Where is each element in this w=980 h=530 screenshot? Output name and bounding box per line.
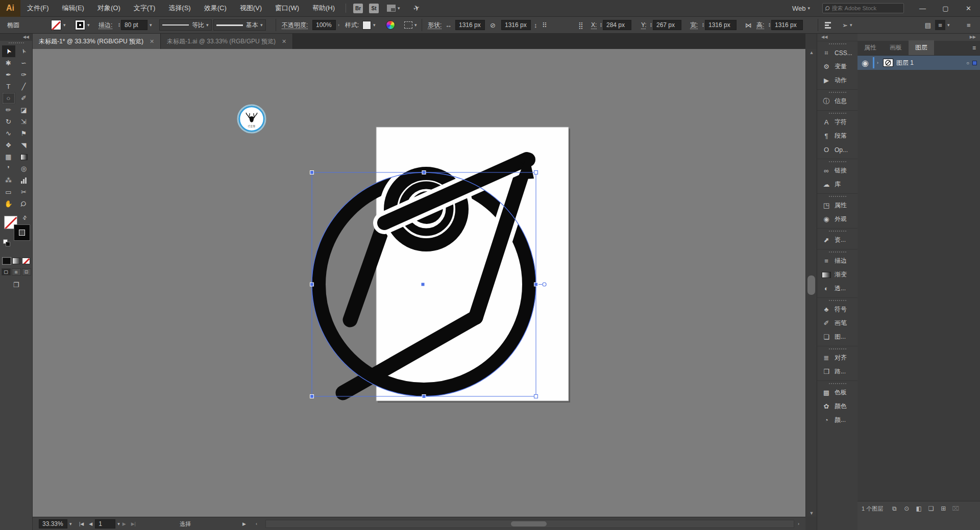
- recolor-artwork-icon[interactable]: [386, 20, 395, 30]
- close-button[interactable]: ✕: [957, 0, 980, 17]
- opacity-label[interactable]: 不透明度:: [282, 21, 308, 30]
- link-dimensions-icon[interactable]: ⋈: [745, 21, 752, 29]
- document-tab[interactable]: 未标题-1.ai @ 33.33% (RGB/GPU 预览)✕: [161, 34, 293, 49]
- search-input[interactable]: [832, 5, 901, 11]
- close-tab-icon[interactable]: ✕: [282, 38, 286, 45]
- column-graph-tool[interactable]: [17, 174, 31, 186]
- panel-grip[interactable]: [829, 300, 846, 301]
- bar-menu-icon[interactable]: ≡: [967, 21, 971, 29]
- dock-button-css-export[interactable]: ⌗CSS...: [817, 46, 857, 60]
- last-artboard-button[interactable]: ▶|: [129, 521, 138, 526]
- vertical-scroll-thumb[interactable]: [807, 275, 815, 295]
- chevron-down-icon[interactable]: ▾: [850, 22, 852, 28]
- menu-f[interactable]: 文件(F): [20, 0, 56, 17]
- gradient-button[interactable]: [12, 258, 20, 264]
- blend-tool[interactable]: ◎: [17, 163, 31, 174]
- status-back-icon[interactable]: ‹: [253, 521, 260, 526]
- chevron-down-icon[interactable]: ▾: [87, 22, 90, 28]
- align-icon[interactable]: [825, 22, 831, 29]
- stroke-weight-field[interactable]: 80 pt: [121, 20, 148, 30]
- menu-w[interactable]: 窗口(W): [268, 0, 306, 17]
- dock-button-brushes[interactable]: ✐画笔: [817, 316, 857, 330]
- zoom-level-field[interactable]: 33.33%: [39, 519, 67, 528]
- artboard-tool[interactable]: ▭: [2, 186, 15, 198]
- stepper-icon[interactable]: ▴▾: [650, 22, 652, 28]
- fill-swatch[interactable]: [51, 20, 61, 30]
- width-tool[interactable]: ∿: [2, 128, 15, 139]
- dock-button-actions[interactable]: ▶动作: [817, 73, 857, 87]
- visibility-eye-icon[interactable]: ◉: [857, 58, 873, 68]
- shape-label[interactable]: 形状:: [428, 21, 442, 30]
- next-artboard-button[interactable]: ▶: [120, 521, 129, 526]
- width-field[interactable]: 1316 px: [705, 20, 737, 30]
- menu-e[interactable]: 编辑(E): [56, 0, 91, 17]
- dock-button-stroke[interactable]: ≡描边: [817, 254, 857, 268]
- screen-mode-button[interactable]: ❐: [11, 281, 22, 289]
- eyedropper-tool[interactable]: ❜: [2, 163, 15, 174]
- shape-builder-tool[interactable]: ❖: [2, 139, 15, 151]
- height-field[interactable]: 1316 px: [771, 20, 803, 30]
- delete-layer-icon[interactable]: ⌧: [949, 505, 962, 512]
- menu-s[interactable]: 选择(S): [162, 0, 197, 17]
- horizontal-scrollbar[interactable]: [265, 520, 794, 528]
- selection-center-point[interactable]: [422, 283, 425, 286]
- panel-grip[interactable]: [829, 231, 846, 232]
- collapse-dock-icon[interactable]: ◀◀: [817, 34, 857, 41]
- dock-button-align[interactable]: ≣对齐: [817, 351, 857, 365]
- stock-search[interactable]: Ϙ: [822, 3, 904, 13]
- dock-button-pathfinder[interactable]: ❒路...: [817, 365, 857, 378]
- collapse-tools-icon[interactable]: ◀◀: [0, 34, 32, 41]
- panel-grip[interactable]: [9, 42, 24, 43]
- minimize-button[interactable]: —: [911, 0, 934, 17]
- canvas-area[interactable]: 行走客: [33, 49, 805, 517]
- opacity-field[interactable]: 100%: [312, 20, 336, 30]
- maximize-button[interactable]: ▢: [934, 0, 957, 17]
- shape-width-field[interactable]: 1316 px: [455, 20, 485, 30]
- status-play-icon[interactable]: ▶: [240, 521, 249, 526]
- new-layer-icon[interactable]: ⊞: [937, 505, 949, 512]
- tab-artboards[interactable]: 画板: [883, 40, 909, 55]
- opacity-more-icon[interactable]: ›: [338, 22, 339, 28]
- layer-target-icon[interactable]: ○: [966, 60, 969, 66]
- stepper-icon[interactable]: ▴▾: [600, 22, 602, 28]
- y-field[interactable]: 267 px: [653, 20, 681, 30]
- default-fill-stroke-icon[interactable]: [3, 239, 8, 244]
- zoom-tool[interactable]: Ϙ: [17, 198, 31, 210]
- isolate-selection-icon[interactable]: ➢: [842, 21, 848, 29]
- horizontal-scroll-thumb[interactable]: [511, 521, 547, 526]
- draw-inside-mode[interactable]: ⊡: [22, 268, 31, 275]
- lasso-tool[interactable]: ∽: [17, 57, 31, 69]
- dock-button-color[interactable]: ✿颜色: [817, 399, 857, 413]
- new-sublayer-icon[interactable]: ❏: [925, 505, 937, 512]
- tab-properties[interactable]: 属性: [857, 40, 883, 55]
- chevron-down-icon[interactable]: ▾: [63, 22, 66, 28]
- magic-wand-tool[interactable]: ✱: [2, 57, 15, 69]
- locate-object-icon[interactable]: ⊙: [900, 505, 913, 512]
- first-artboard-button[interactable]: |◀: [77, 521, 86, 526]
- panel-grip[interactable]: [829, 383, 846, 384]
- panel-grip[interactable]: [829, 113, 846, 114]
- panel-grip[interactable]: [829, 196, 846, 197]
- shaper-tool[interactable]: ✏: [2, 104, 15, 116]
- collect-for-export-icon[interactable]: ⧉: [888, 505, 900, 512]
- make-mask-icon[interactable]: ◧: [913, 505, 925, 512]
- artboard-number-field[interactable]: 1: [95, 519, 115, 528]
- rotate-tool[interactable]: ↻: [2, 116, 15, 128]
- symbol-sprayer-tool[interactable]: ⁂: [2, 174, 15, 186]
- panel-grip[interactable]: [829, 92, 846, 93]
- panel-grip[interactable]: [829, 348, 846, 349]
- scroll-right-icon[interactable]: ›: [795, 521, 802, 526]
- dock-button-properties[interactable]: ◳属性: [817, 198, 857, 212]
- dock-button-variables[interactable]: ⚙变量: [817, 60, 857, 73]
- stroke-swatch[interactable]: [75, 20, 85, 30]
- dock-button-appearance[interactable]: ◉外观: [817, 212, 857, 226]
- draw-normal-mode[interactable]: ▢: [2, 268, 11, 275]
- stock-button[interactable]: St: [369, 4, 379, 13]
- panel-menu-icon[interactable]: ≡: [972, 44, 976, 52]
- tab-layers[interactable]: 图层: [909, 40, 934, 55]
- chevron-down-icon[interactable]: ▾: [373, 22, 376, 28]
- eraser-tool[interactable]: ◪: [17, 104, 31, 116]
- hand-tool[interactable]: ✋: [2, 198, 15, 210]
- width-profile-dropdown[interactable]: 等比 ▾: [159, 19, 212, 31]
- menu-o[interactable]: 对象(O): [91, 0, 127, 17]
